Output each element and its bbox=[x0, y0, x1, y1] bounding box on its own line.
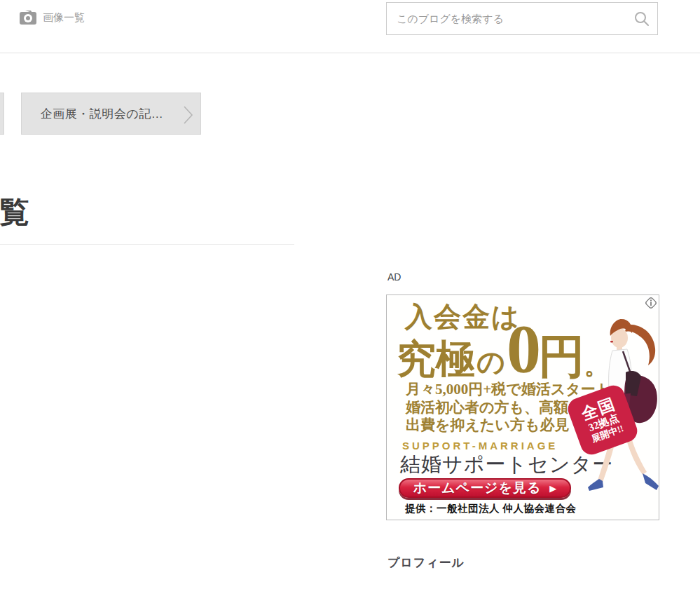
category-button-label: 企画展・説明会の記… bbox=[41, 106, 181, 122]
category-button[interactable]: 企画展・説明会の記… bbox=[21, 93, 201, 135]
chevron-right-icon bbox=[183, 105, 193, 128]
category-button-previous-partial[interactable] bbox=[0, 93, 4, 135]
cta-arrow-icon: ▶ bbox=[549, 483, 556, 494]
ad-cta-button[interactable]: ホームページを見る ▶ bbox=[399, 478, 571, 498]
ad-headline-2-yen: 円 bbox=[538, 337, 584, 377]
ad-brand-english: SUPPORT-MARRIAGE bbox=[402, 440, 558, 452]
blog-search bbox=[386, 2, 658, 35]
search-icon bbox=[634, 11, 650, 27]
profile-section-heading: プロフィール bbox=[387, 555, 465, 571]
ad-provider-text: 提供：一般社団法人 仲人協会連合会 bbox=[405, 502, 577, 515]
ad-section-label: AD bbox=[387, 271, 401, 283]
ad-headline-2-big: 究極 bbox=[397, 341, 475, 377]
heading-divider bbox=[0, 244, 294, 245]
ad-cta-label: ホームページを見る bbox=[413, 479, 542, 497]
ad-brand-japanese: 結婚サポートセンター bbox=[400, 451, 613, 479]
camera-icon bbox=[20, 11, 36, 25]
search-input[interactable] bbox=[387, 3, 626, 34]
image-list-label: 画像一覧 bbox=[43, 11, 85, 25]
ad-headline-2-zero: 0 bbox=[507, 320, 538, 377]
adchoices-icon[interactable] bbox=[643, 295, 659, 311]
page-title-partial: 覧 bbox=[0, 192, 30, 233]
ad-headline-2-no: の bbox=[475, 350, 507, 377]
ad-headline-2: 究極 の 0 円 。 bbox=[397, 320, 608, 377]
search-button[interactable] bbox=[626, 3, 657, 34]
image-list-link[interactable]: 画像一覧 bbox=[20, 11, 85, 25]
ad-banner[interactable]: 入会金は 究極 の 0 円 。 月々5,000円+税で婚活スタート。 婚活初心者… bbox=[386, 294, 659, 520]
top-bar: 画像一覧 bbox=[0, 0, 700, 53]
